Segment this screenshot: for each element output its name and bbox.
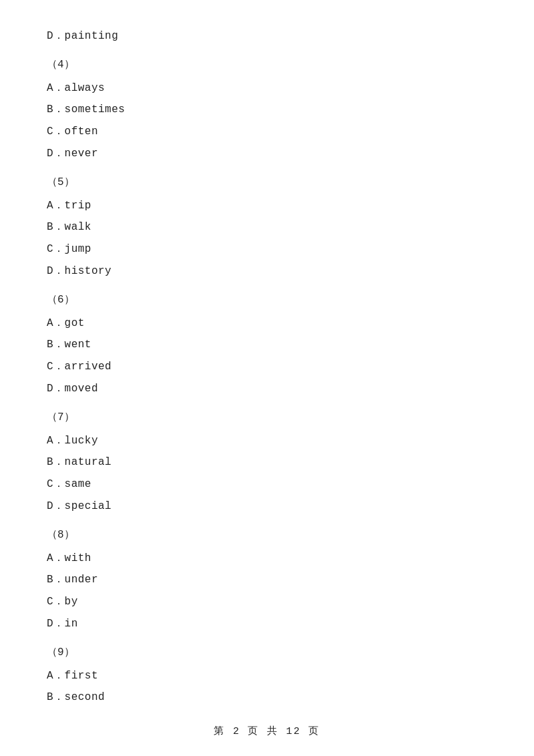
option-text: B．walk xyxy=(47,221,91,233)
option-8d: D．in xyxy=(47,614,487,634)
question-label: （7） xyxy=(47,411,75,423)
page-footer: 第 2 页 共 12 页 xyxy=(0,725,534,737)
option-text: C．jump xyxy=(47,243,91,255)
option-5d: D．history xyxy=(47,262,487,281)
option-5b: B．walk xyxy=(47,218,487,237)
option-text: A．trip xyxy=(47,200,91,212)
question-label: （8） xyxy=(47,529,75,541)
option-text: C．same xyxy=(47,478,91,490)
option-text: D．moved xyxy=(47,383,98,395)
question-5-number: （5） xyxy=(47,173,487,192)
question-8-number: （8） xyxy=(47,526,487,545)
footer-text: 第 2 页 共 12 页 xyxy=(214,726,320,737)
option-text: A．lucky xyxy=(47,435,98,447)
option-text: B．went xyxy=(47,339,91,351)
option-9a: A．first xyxy=(47,667,487,686)
option-6b: B．went xyxy=(47,335,487,355)
option-5a: A．trip xyxy=(47,196,487,216)
option-text: A．got xyxy=(47,317,85,329)
option-text: A．with xyxy=(47,552,91,564)
question-label: （4） xyxy=(47,59,75,71)
question-6-number: （6） xyxy=(47,291,487,310)
option-text: D．special xyxy=(47,500,111,512)
option-8b: B．under xyxy=(47,570,487,590)
option-8c: C．by xyxy=(47,592,487,612)
option-6c: C．arrived xyxy=(47,357,487,377)
question-label: （6） xyxy=(47,294,75,306)
option-4c: C．often xyxy=(47,122,487,142)
option-text: C．arrived xyxy=(47,361,111,373)
option-8a: A．with xyxy=(47,549,487,568)
option-text: C．by xyxy=(47,596,78,608)
question-7-number: （7） xyxy=(47,408,487,427)
option-4d: D．never xyxy=(47,144,487,164)
question-4-number: （4） xyxy=(47,55,487,75)
option-text: B．second xyxy=(47,691,105,703)
option-text: B．natural xyxy=(47,456,111,468)
option-9b: B．second xyxy=(47,688,487,707)
option-7d: D．special xyxy=(47,497,487,516)
option-text: D．history xyxy=(47,265,111,277)
question-9-number: （9） xyxy=(47,643,487,663)
option-4a: A．always xyxy=(47,79,487,98)
question-label: （5） xyxy=(47,176,75,188)
option-7a: A．lucky xyxy=(47,431,487,451)
option-text: A．first xyxy=(47,670,98,682)
option-7c: C．same xyxy=(47,475,487,494)
option-text: D．painting xyxy=(47,30,118,42)
option-4b: B．sometimes xyxy=(47,100,487,120)
option-text: C．often xyxy=(47,126,98,138)
option-7b: B．natural xyxy=(47,453,487,472)
option-5c: C．jump xyxy=(47,240,487,259)
option-text: D．in xyxy=(47,618,78,630)
option-6d: D．moved xyxy=(47,379,487,399)
option-text: A．always xyxy=(47,82,105,94)
option-text: B．sometimes xyxy=(47,104,125,116)
question-label: （9） xyxy=(47,646,75,658)
option-text: B．under xyxy=(47,574,98,586)
option-6a: A．got xyxy=(47,314,487,333)
option-text: D．never xyxy=(47,148,98,160)
page-content: D．painting （4） A．always B．sometimes C．of… xyxy=(0,0,534,750)
option-d-painting: D．painting xyxy=(47,27,487,46)
